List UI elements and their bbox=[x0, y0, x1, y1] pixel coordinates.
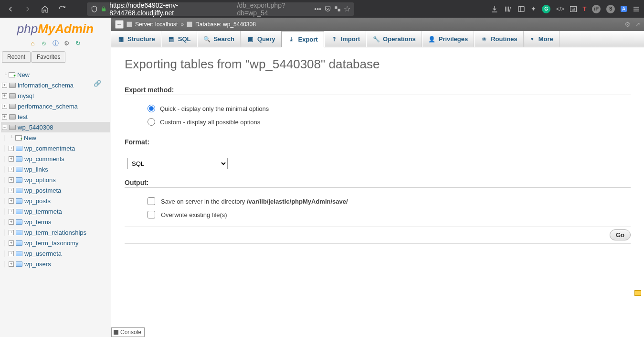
tree-table[interactable]: │+wp_links bbox=[1, 164, 110, 174]
ext-icon-8[interactable]: A bbox=[621, 6, 627, 12]
expand-icon[interactable]: + bbox=[2, 114, 7, 120]
tree-table[interactable]: │+wp_term_relationships bbox=[1, 227, 110, 238]
expand-icon[interactable]: + bbox=[2, 104, 7, 109]
expand-icon[interactable]: + bbox=[9, 167, 14, 172]
custom-radio[interactable] bbox=[148, 118, 155, 126]
quick-radio[interactable] bbox=[148, 105, 155, 112]
sidebar-icon[interactable] bbox=[517, 5, 525, 13]
settings-icon[interactable]: ⚙ bbox=[63, 40, 71, 47]
library-icon[interactable] bbox=[504, 5, 512, 13]
home-icon[interactable]: ⌂ bbox=[29, 40, 37, 47]
expand-icon[interactable]: + bbox=[9, 209, 14, 214]
export-method-custom[interactable]: Custom - display all possible options bbox=[125, 115, 631, 129]
bookmark-tag-icon[interactable] bbox=[634, 290, 641, 296]
bookmark-star-icon[interactable]: ☆ bbox=[344, 4, 350, 13]
address-bar[interactable]: https://node64902-env-8244768.cloudjiffy… bbox=[87, 2, 354, 16]
nav-back-icon[interactable]: ← bbox=[115, 20, 124, 29]
shield-icon bbox=[91, 5, 98, 13]
exit-icon[interactable]: ↗ bbox=[635, 21, 640, 28]
tab-routines[interactable]: ⚛Routines bbox=[474, 31, 524, 47]
tree-new-db[interactable]: └ New bbox=[1, 69, 110, 80]
overwrite-checkbox[interactable] bbox=[148, 211, 155, 218]
main-tabs: ▦Structure ▤SQL 🔍Search ▣Query ⤓Export ⤒… bbox=[111, 31, 644, 47]
tab-query[interactable]: ▣Query bbox=[241, 31, 282, 47]
tab-structure[interactable]: ▦Structure bbox=[111, 31, 161, 47]
forward-button[interactable] bbox=[21, 2, 34, 16]
overwrite-row[interactable]: Overwrite existing file(s) bbox=[125, 208, 631, 221]
ext-icon-1[interactable]: ✦ bbox=[531, 5, 536, 12]
crumb-db[interactable]: Database: wp_5440308 bbox=[195, 21, 256, 28]
export-method-quick[interactable]: Quick - display only the minimal options bbox=[125, 102, 631, 115]
tree-table[interactable]: │+wp_users bbox=[1, 259, 110, 269]
tab-privileges[interactable]: 👤Privileges bbox=[422, 31, 474, 47]
home-button[interactable] bbox=[38, 2, 52, 16]
expand-icon[interactable]: + bbox=[9, 156, 14, 162]
go-button[interactable]: Go bbox=[610, 229, 631, 240]
tree-db-wp_5440308[interactable]: − wp_5440308 bbox=[1, 122, 110, 132]
link-icon[interactable]: 🔗 bbox=[94, 80, 101, 87]
table-icon bbox=[16, 219, 22, 225]
reload-icon[interactable]: ↻ bbox=[74, 40, 82, 47]
tree-table[interactable]: │+wp_terms bbox=[1, 217, 110, 227]
collapse-icon[interactable]: − bbox=[2, 125, 7, 130]
tab-export[interactable]: ⤓Export bbox=[281, 31, 324, 47]
tree-table[interactable]: │+wp_termmeta bbox=[1, 206, 110, 217]
tab-import[interactable]: ⤒Import bbox=[324, 31, 366, 47]
ext-icon-6[interactable]: iP bbox=[592, 5, 601, 13]
expand-icon[interactable]: + bbox=[9, 261, 14, 267]
db-icon bbox=[9, 114, 16, 120]
tree-new-table[interactable]: │└ New bbox=[1, 132, 110, 143]
expand-icon[interactable]: + bbox=[9, 251, 14, 256]
format-select[interactable]: SQL bbox=[127, 158, 228, 169]
logout-icon[interactable]: ⎋ bbox=[40, 40, 48, 47]
expand-icon[interactable]: + bbox=[9, 198, 14, 204]
hamburger-icon[interactable] bbox=[633, 5, 640, 13]
tree-table[interactable]: │+wp_comments bbox=[1, 153, 110, 164]
export-icon: ⤓ bbox=[287, 35, 295, 43]
more-dots-icon[interactable]: ••• bbox=[314, 5, 321, 13]
tree-db-performance_schema[interactable]: + performance_schema bbox=[1, 101, 110, 111]
ext-icon-3[interactable]: </> bbox=[556, 6, 564, 12]
ext-icon-5[interactable]: T bbox=[582, 5, 586, 12]
expand-icon[interactable]: + bbox=[9, 230, 14, 235]
tree-table[interactable]: │+wp_commentmeta bbox=[1, 143, 110, 153]
privileges-icon: 👤 bbox=[428, 35, 436, 43]
divider bbox=[125, 95, 631, 95]
back-button[interactable] bbox=[4, 2, 17, 16]
pocket-icon[interactable] bbox=[324, 5, 331, 13]
save-on-server-checkbox[interactable] bbox=[148, 197, 155, 205]
ext-icon-4[interactable]: ⊞ bbox=[570, 6, 577, 12]
tree-db-test[interactable]: + test bbox=[1, 111, 110, 122]
tab-search[interactable]: 🔍Search bbox=[197, 31, 241, 47]
crumb-server[interactable]: Server: localhost bbox=[135, 21, 178, 28]
save-on-server-row[interactable]: Save on server in the directory /var/lib… bbox=[125, 195, 631, 208]
tree-table[interactable]: │+wp_usermeta bbox=[1, 248, 110, 259]
ext-icon-2[interactable]: G bbox=[542, 5, 550, 13]
downloads-icon[interactable] bbox=[491, 5, 498, 13]
tree-table[interactable]: │+wp_postmeta bbox=[1, 185, 110, 196]
tab-operations[interactable]: 🔧Operations bbox=[366, 31, 422, 47]
query-icon: ▣ bbox=[247, 35, 254, 43]
tree-table[interactable]: │+wp_term_taxonomy bbox=[1, 238, 110, 248]
favorites-tab[interactable]: Favorites bbox=[32, 51, 65, 63]
expand-icon[interactable]: + bbox=[9, 188, 14, 193]
gear-icon[interactable]: ⚙ bbox=[624, 21, 631, 28]
db-tree: └ New + information_schema + mysql + per… bbox=[0, 63, 111, 337]
tab-more[interactable]: ▼More bbox=[524, 31, 560, 47]
expand-icon[interactable]: + bbox=[9, 240, 14, 246]
console-toggle[interactable]: Console bbox=[111, 327, 145, 337]
tree-db-mysql[interactable]: + mysql bbox=[1, 90, 110, 101]
expand-icon[interactable]: + bbox=[2, 93, 7, 98]
docs-icon[interactable]: ⓘ bbox=[52, 39, 59, 47]
expand-icon[interactable]: + bbox=[2, 83, 7, 88]
recent-tab[interactable]: Recent bbox=[2, 51, 31, 63]
ext-icon-7[interactable]: S bbox=[606, 5, 615, 13]
expand-icon[interactable]: + bbox=[9, 219, 14, 225]
translate-icon[interactable] bbox=[334, 5, 341, 12]
reload-button[interactable] bbox=[55, 2, 69, 16]
tree-table[interactable]: │+wp_posts bbox=[1, 196, 110, 206]
expand-icon[interactable]: + bbox=[9, 177, 14, 183]
tab-sql[interactable]: ▤SQL bbox=[161, 31, 197, 47]
expand-icon[interactable]: + bbox=[9, 146, 14, 151]
tree-table[interactable]: │+wp_options bbox=[1, 174, 110, 185]
